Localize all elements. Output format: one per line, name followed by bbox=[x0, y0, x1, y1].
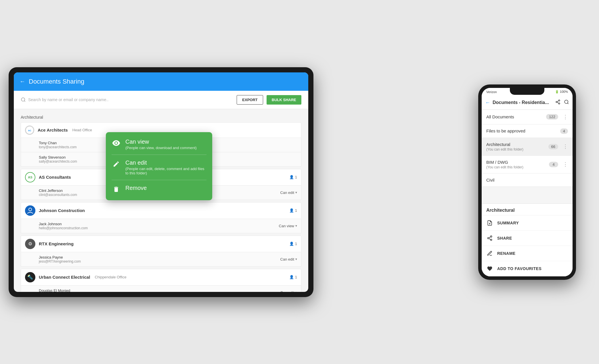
can-edit-sub: (People can edit, delete, comment and ad… bbox=[125, 167, 206, 175]
sheet-title: Architectural bbox=[482, 204, 573, 215]
section-label: Architectural bbox=[21, 115, 301, 120]
remove-label: Remove bbox=[125, 185, 147, 191]
bottom-sheet: Architectural SUMMARY bbox=[482, 203, 573, 276]
member-name-sally: Sally Stevenson bbox=[39, 155, 77, 159]
svg-text:AC: AC bbox=[28, 129, 31, 132]
svg-line-12 bbox=[567, 103, 568, 104]
member-row-jessica: Jessica Payne jess@RTXengineering.com Ca… bbox=[21, 252, 301, 267]
phone-header-icons bbox=[555, 99, 569, 106]
company-name-uce: Urban Connect Electrical bbox=[39, 275, 90, 280]
chevron-down-icon: ▾ bbox=[295, 190, 297, 194]
member-name-jessica: Jessica Payne bbox=[39, 255, 81, 259]
company-sub-uce: Chippendale Office bbox=[95, 275, 126, 279]
permission-clint[interactable]: Can edit ▾ bbox=[280, 190, 297, 195]
bulk-share-button[interactable]: BULK SHARE bbox=[267, 95, 301, 105]
divider-1 bbox=[112, 155, 206, 155]
company-count-rtx: 👤 1 bbox=[289, 242, 297, 246]
phone-screen: Verizon 1:57 🔋 100% ← Documents - Reside… bbox=[482, 88, 573, 276]
permission-douglas[interactable]: Can edit ▾ bbox=[280, 290, 297, 292]
member-name-tony: Tony Chan bbox=[39, 141, 77, 145]
company-count-uce: 👤 1 bbox=[289, 275, 297, 279]
svg-line-1 bbox=[24, 101, 25, 101]
sheet-item-share[interactable]: SHARE bbox=[482, 231, 573, 246]
badge-architectural: 66 bbox=[548, 144, 558, 149]
can-edit-label: Can edit bbox=[125, 159, 206, 166]
more-icon-architectural[interactable]: ⋮ bbox=[563, 143, 568, 150]
svg-point-11 bbox=[564, 100, 568, 103]
company-avatar-uce: 🔦 bbox=[25, 272, 35, 282]
permission-dropdown: Can view (People can view, download and … bbox=[106, 132, 212, 200]
export-button[interactable]: EXPORT bbox=[237, 95, 263, 105]
tablet-screen: ← Documents Sharing Search by name or em… bbox=[14, 72, 308, 292]
member-row-douglas: Douglas El Monjed info@urbanconnectelect… bbox=[21, 286, 301, 292]
svg-line-10 bbox=[557, 101, 558, 102]
permission-jack[interactable]: Can view ▾ bbox=[279, 224, 297, 228]
share-icon[interactable] bbox=[555, 99, 560, 106]
phone-notch bbox=[510, 88, 544, 95]
company-group-jc: Johnson Construction 👤 1 Jack Johnson he… bbox=[21, 202, 301, 233]
sheet-item-summary[interactable]: SUMMARY bbox=[482, 215, 573, 231]
member-name-jack: Jack Johnson bbox=[39, 222, 88, 226]
list-item-civil[interactable]: Civil bbox=[482, 174, 573, 187]
files-to-approve-title: Files to be approved bbox=[486, 128, 525, 133]
member-email-clint: clint@asconsultants.com bbox=[39, 193, 77, 197]
phone-search-icon[interactable] bbox=[564, 99, 569, 106]
dropdown-item-can-view[interactable]: Can view (People can view, download and … bbox=[106, 134, 212, 154]
phone-back-icon[interactable]: ← bbox=[485, 100, 490, 106]
member-email-tony: tony@acearchitects.com bbox=[39, 145, 77, 149]
phone-header: ← Documents - Residentia... bbox=[482, 96, 573, 110]
chevron-down-icon-jessica: ▾ bbox=[295, 257, 297, 261]
svg-point-16 bbox=[488, 237, 489, 239]
company-avatar-as: AS bbox=[25, 172, 35, 182]
svg-point-0 bbox=[21, 98, 25, 101]
can-view-label: Can view bbox=[125, 138, 197, 145]
svg-line-9 bbox=[557, 102, 558, 103]
back-icon[interactable]: ← bbox=[20, 78, 25, 85]
company-name-jc: Johnson Construction bbox=[39, 208, 85, 213]
eye-icon bbox=[112, 138, 121, 148]
chevron-down-icon-douglas: ▾ bbox=[295, 290, 297, 292]
company-count-as: 👤 1 bbox=[289, 175, 297, 179]
sheet-share-icon bbox=[486, 235, 493, 242]
svg-point-6 bbox=[558, 100, 560, 101]
list-item-architectural[interactable]: Architectural (You can edit this folder)… bbox=[482, 138, 573, 156]
company-avatar-ace: AC bbox=[25, 126, 34, 135]
can-view-sub: (People can view, download and comment) bbox=[125, 146, 197, 150]
architectural-sub: (You can edit this folder) bbox=[486, 147, 523, 151]
phone-page-title: Documents - Residentia... bbox=[493, 100, 553, 105]
member-row-jack: Jack Johnson hello@johnsonconstruction.c… bbox=[21, 219, 301, 233]
search-placeholder[interactable]: Search by name or email or company name.… bbox=[28, 97, 108, 102]
company-group-rtx: ⚙ RTX Engineering 👤 1 Jessica Payne jess… bbox=[21, 236, 301, 267]
bim-sub: (You can edit this folder) bbox=[486, 165, 523, 169]
more-icon-all-documents[interactable]: ⋮ bbox=[563, 114, 568, 120]
sheet-item-favourites[interactable]: ADD TO FAVOURITES bbox=[482, 261, 573, 276]
list-item-files-to-approve[interactable]: Files to be approved 4 bbox=[482, 124, 573, 138]
chevron-down-icon-jack: ▾ bbox=[295, 224, 297, 228]
list-item-all-documents[interactable]: All Documents 122 ⋮ bbox=[482, 110, 573, 124]
trash-icon bbox=[112, 185, 121, 194]
svg-point-8 bbox=[558, 103, 560, 104]
tablet-content: Architectural AC Ace Architects Head Off… bbox=[14, 109, 308, 292]
company-header-rtx[interactable]: ⚙ RTX Engineering 👤 1 bbox=[21, 236, 301, 252]
company-header-uce[interactable]: 🔦 Urban Connect Electrical Chippendale O… bbox=[21, 269, 301, 286]
more-icon-bim[interactable]: ⋮ bbox=[563, 161, 568, 167]
dropdown-item-can-edit[interactable]: Can edit (People can edit, delete, comme… bbox=[106, 155, 212, 179]
badge-files-to-approve: 4 bbox=[560, 128, 568, 134]
member-email-sally: sally@acearchitects.com bbox=[39, 159, 77, 163]
permission-jessica[interactable]: Can edit ▾ bbox=[280, 257, 297, 261]
company-avatar-rtx: ⚙ bbox=[25, 239, 35, 249]
company-avatar-jc bbox=[25, 205, 35, 216]
carrier-label: Verizon bbox=[486, 90, 497, 94]
company-group-uce: 🔦 Urban Connect Electrical Chippendale O… bbox=[21, 269, 301, 292]
search-container: Search by name or email or company name.… bbox=[21, 97, 108, 102]
toolbar-buttons: EXPORT BULK SHARE bbox=[237, 95, 301, 105]
company-header-jc[interactable]: Johnson Construction 👤 1 bbox=[21, 202, 301, 219]
toolbar: Search by name or email or company name.… bbox=[14, 91, 308, 109]
sheet-item-rename[interactable]: RENAME bbox=[482, 246, 573, 261]
page-title: Documents Sharing bbox=[29, 78, 84, 85]
svg-point-17 bbox=[491, 239, 492, 240]
list-item-bim-dwg[interactable]: BIM / DWG (You can edit this folder) 4 ⋮ bbox=[482, 156, 573, 174]
heart-icon bbox=[486, 265, 493, 272]
member-name-clint: Clint Jefferson bbox=[39, 188, 77, 193]
dropdown-item-remove[interactable]: Remove bbox=[106, 181, 212, 198]
